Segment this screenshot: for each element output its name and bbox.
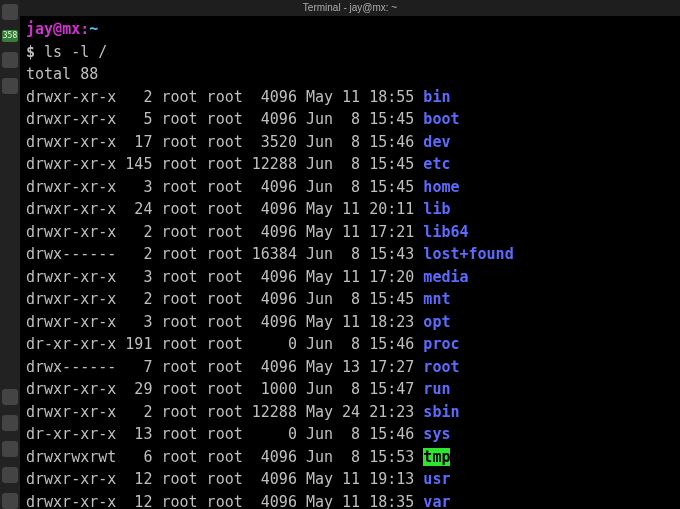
row-name: bin <box>423 88 450 106</box>
dock-item[interactable] <box>2 4 18 20</box>
prompt-at: @ <box>53 20 62 38</box>
dock-item[interactable] <box>2 441 18 457</box>
dock-item[interactable] <box>2 389 18 405</box>
row-meta: drwxr-xr-x 17 root root 3520 Jun 8 15:46 <box>26 133 423 151</box>
row-name: root <box>423 358 459 376</box>
listing-row: drwxr-xr-x 12 root root 4096 May 11 19:1… <box>26 468 674 491</box>
row-name: etc <box>423 155 450 173</box>
row-name: dev <box>423 133 450 151</box>
listing-row: drwx------ 2 root root 16384 Jun 8 15:43… <box>26 243 674 266</box>
row-name: sbin <box>423 403 459 421</box>
listing-row: drwxr-xr-x 5 root root 4096 Jun 8 15:45 … <box>26 108 674 131</box>
row-name: lost+found <box>423 245 513 263</box>
row-name: home <box>423 178 459 196</box>
row-meta: drwxr-xr-x 29 root root 1000 Jun 8 15:47 <box>26 380 423 398</box>
terminal-window: Terminal - jay@mx: ~ jay@mx:~$ ls -l /to… <box>20 0 680 509</box>
listing-row: drwxr-xr-x 2 root root 4096 Jun 8 15:45 … <box>26 288 674 311</box>
listing-row: drwxr-xr-x 2 root root 4096 May 11 17:21… <box>26 221 674 244</box>
listing-row: drwxr-xr-x 2 root root 12288 May 24 21:2… <box>26 401 674 424</box>
row-meta: drwx------ 2 root root 16384 Jun 8 15:43 <box>26 245 423 263</box>
prompt-symbol: $ <box>26 43 44 61</box>
row-meta: drwxr-xr-x 3 root root 4096 Jun 8 15:45 <box>26 178 423 196</box>
row-meta: drwxr-xr-x 24 root root 4096 May 11 20:1… <box>26 200 423 218</box>
row-meta: drwxr-xr-x 2 root root 4096 Jun 8 15:45 <box>26 290 423 308</box>
workspace-badge[interactable]: 358 <box>2 30 18 42</box>
row-meta: drwxr-xr-x 12 root root 4096 May 11 19:1… <box>26 470 423 488</box>
listing-row: dr-xr-xr-x 191 root root 0 Jun 8 15:46 p… <box>26 333 674 356</box>
prompt-host: mx <box>62 20 80 38</box>
row-name: media <box>423 268 468 286</box>
total-line: total 88 <box>26 63 674 86</box>
dock-item[interactable] <box>2 52 18 68</box>
listing-row: drwxr-xr-x 145 root root 12288 Jun 8 15:… <box>26 153 674 176</box>
listing-row: dr-xr-xr-x 13 root root 0 Jun 8 15:46 sy… <box>26 423 674 446</box>
command-text: ls -l / <box>44 43 107 61</box>
row-meta: drwxrwxrwt 6 root root 4096 Jun 8 15:53 <box>26 448 423 466</box>
prompt-path: ~ <box>89 20 98 38</box>
row-name: tmp <box>423 448 450 466</box>
listing-row: drwxr-xr-x 2 root root 4096 May 11 18:55… <box>26 86 674 109</box>
row-meta: drwx------ 7 root root 4096 May 13 17:27 <box>26 358 423 376</box>
row-name: lib64 <box>423 223 468 241</box>
row-meta: drwxr-xr-x 2 root root 4096 May 11 17:21 <box>26 223 423 241</box>
row-name: run <box>423 380 450 398</box>
row-meta: drwxr-xr-x 5 root root 4096 Jun 8 15:45 <box>26 110 423 128</box>
row-name: lib <box>423 200 450 218</box>
row-meta: drwxr-xr-x 3 root root 4096 May 11 17:20 <box>26 268 423 286</box>
dock-item[interactable] <box>2 78 18 94</box>
dock-item[interactable] <box>2 493 18 509</box>
listing-row: drwxr-xr-x 3 root root 4096 May 11 18:23… <box>26 311 674 334</box>
listing-row: drwxr-xr-x 17 root root 3520 Jun 8 15:46… <box>26 131 674 154</box>
row-meta: drwxr-xr-x 2 root root 12288 May 24 21:2… <box>26 403 423 421</box>
terminal-output[interactable]: jay@mx:~$ ls -l /total 88drwxr-xr-x 2 ro… <box>20 16 680 509</box>
listing-row: drwx------ 7 root root 4096 May 13 17:27… <box>26 356 674 379</box>
listing-row: drwxr-xr-x 24 root root 4096 May 11 20:1… <box>26 198 674 221</box>
listing-row: drwxrwxrwt 6 root root 4096 Jun 8 15:53 … <box>26 446 674 469</box>
row-name: usr <box>423 470 450 488</box>
row-meta: drwxr-xr-x 3 root root 4096 May 11 18:23 <box>26 313 423 331</box>
row-name: boot <box>423 110 459 128</box>
window-titlebar[interactable]: Terminal - jay@mx: ~ <box>20 0 680 16</box>
row-name: mnt <box>423 290 450 308</box>
listing-row: drwxr-xr-x 12 root root 4096 May 11 18:3… <box>26 491 674 510</box>
prompt-line: jay@mx:~ <box>26 18 674 41</box>
listing-row: drwxr-xr-x 3 root root 4096 Jun 8 15:45 … <box>26 176 674 199</box>
row-name: opt <box>423 313 450 331</box>
listing-row: drwxr-xr-x 3 root root 4096 May 11 17:20… <box>26 266 674 289</box>
prompt-user: jay <box>26 20 53 38</box>
prompt-colon: : <box>80 20 89 38</box>
row-meta: dr-xr-xr-x 13 root root 0 Jun 8 15:46 <box>26 425 423 443</box>
command-line: $ ls -l / <box>26 41 674 64</box>
row-meta: drwxr-xr-x 12 root root 4096 May 11 18:3… <box>26 493 423 510</box>
row-name: sys <box>423 425 450 443</box>
row-meta: drwxr-xr-x 145 root root 12288 Jun 8 15:… <box>26 155 423 173</box>
row-name: var <box>423 493 450 510</box>
listing-row: drwxr-xr-x 29 root root 1000 Jun 8 15:47… <box>26 378 674 401</box>
dock-item[interactable] <box>2 467 18 483</box>
side-panel: 358 <box>0 0 20 509</box>
dock-item[interactable] <box>2 415 18 431</box>
row-meta: drwxr-xr-x 2 root root 4096 May 11 18:55 <box>26 88 423 106</box>
row-meta: dr-xr-xr-x 191 root root 0 Jun 8 15:46 <box>26 335 423 353</box>
row-name: proc <box>423 335 459 353</box>
